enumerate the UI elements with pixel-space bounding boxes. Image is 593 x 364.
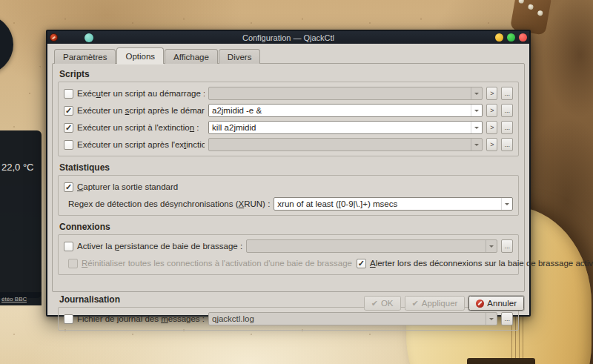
tuning-peg [528, 4, 534, 10]
weather-temperature: 22,0 °C [1, 162, 34, 173]
check-icon: ✔ [412, 300, 419, 308]
tab-bar: Paramètres Options Affichage Divers [54, 47, 525, 64]
browse-script-button[interactable]: ... [501, 138, 513, 151]
tuning-peg [537, 10, 543, 16]
checkbox-label: Réinitialiser toutes les connections à l… [82, 259, 352, 268]
weather-source-label: étéo BBC [0, 296, 27, 302]
tab-affichage[interactable]: Affichage [165, 49, 218, 64]
combo-dropdown-arrow-icon[interactable] [486, 240, 497, 252]
combobox-value: qjackctl.log [209, 314, 486, 323]
configuration-window: Configuration — QjackCtl Paramètres Opti… [46, 30, 531, 317]
checkbox-reset-connections[interactable] [68, 259, 78, 268]
tab-parametres[interactable]: Paramètres [54, 49, 116, 64]
ok-button[interactable]: ✔ OK [364, 296, 401, 311]
button-label: Appliquer [422, 299, 458, 308]
cancel-button[interactable]: Annuler [468, 296, 524, 311]
group-frame: Exécuter un script au démarrage : > ... … [58, 82, 519, 156]
dialog-buttonbox: ✔ OK ✔ Appliquer Annuler [52, 292, 525, 311]
combobox-value: kill a2jmidid [209, 123, 471, 132]
script-row-post-shutdown: Exécuter un script après l'extinction : … [64, 138, 513, 151]
combo-dropdown-arrow-icon[interactable] [486, 313, 497, 325]
xrun-regex-combobox[interactable]: xrun of at least ([0-9|\.]+) msecs [274, 197, 513, 211]
checkbox-capture-stdout[interactable] [64, 182, 73, 192]
browse-logfile-button[interactable]: ... [501, 312, 513, 325]
checkbox-alert-disconnect[interactable] [357, 259, 366, 268]
desktop-wallpaper: 22,0 °C étéo BBC Configuration — QjackCt… [0, 0, 593, 364]
window-controls [495, 33, 529, 42]
script-row-shutdown: Exécuter un script à l'extinction : kill… [64, 121, 513, 134]
startup-script-combobox[interactable] [208, 87, 483, 100]
checkbox-label: Fichier de journal des messages : [77, 314, 205, 323]
post-shutdown-script-combobox[interactable] [208, 138, 483, 151]
checkbox-message-logfile[interactable] [64, 314, 73, 324]
exec-script-button[interactable]: > [486, 138, 497, 151]
combo-dropdown-arrow-icon[interactable] [471, 139, 482, 150]
checkbox-startup-script[interactable] [64, 89, 73, 99]
dialog-body: Paramètres Options Affichage Divers Scri… [47, 44, 529, 315]
checkbox-label: Exécuter un script après l'extinction : [77, 140, 205, 149]
group-scripts: Scripts Exécuter un script au démarrage … [58, 69, 519, 156]
combo-dropdown-arrow-icon[interactable] [501, 198, 512, 210]
checkbox-label: Exécuter un script à l'extinction : [77, 123, 205, 132]
checkbox-patchbay-persistence[interactable] [64, 242, 73, 251]
reset-connections-option: Réinitialiser toutes les connections à l… [68, 259, 352, 268]
weather-widget: 22,0 °C [0, 130, 42, 298]
combo-dropdown-arrow-icon[interactable] [471, 122, 482, 133]
button-label: Annuler [487, 299, 517, 308]
weather-widget-footer: étéo BBC [0, 292, 42, 305]
script-row-startup: Exécuter un script au démarrage : > ... [64, 87, 513, 100]
logfile-combobox[interactable]: qjackctl.log [208, 312, 498, 325]
maximize-button[interactable] [507, 33, 515, 42]
titlebar[interactable]: Configuration — QjackCtl [47, 31, 529, 44]
shutdown-script-combobox[interactable]: kill a2jmidid [208, 121, 483, 134]
logfile-row: Fichier de journal des messages : qjackc… [64, 312, 513, 325]
tab-options[interactable]: Options [116, 47, 164, 64]
checkbox-shutdown-script[interactable] [64, 123, 73, 133]
tab-pane-options: Scripts Exécuter un script au démarrage … [52, 63, 525, 292]
minimize-button[interactable] [495, 33, 503, 42]
patchbay-combobox[interactable] [246, 239, 497, 253]
group-statistics: Statistiques Capturer la sortie standard… [58, 162, 519, 216]
group-frame: Capturer la sortie standard Regex de dét… [58, 175, 519, 216]
xrun-regex-label: Regex de détection des désynchronisation… [68, 199, 270, 208]
apply-button[interactable]: ✔ Appliquer [405, 296, 466, 311]
post-startup-script-combobox[interactable]: a2jmidid -e & [208, 104, 483, 117]
checkbox-label: Alerter lors des déconnexions sur la bai… [370, 259, 593, 268]
browse-script-button[interactable]: ... [501, 104, 513, 117]
group-title: Connexions [59, 222, 519, 232]
script-row-post-startup: Exécuter un script après le démarrage : … [64, 104, 513, 117]
checkbox-label: Exécuter un script après le démarrage : [77, 106, 205, 115]
browse-script-button[interactable]: ... [501, 121, 513, 134]
tuning-peg [518, 0, 524, 4]
qjackctl-app-icon [50, 33, 58, 42]
exec-script-button[interactable]: > [486, 121, 497, 134]
exec-script-button[interactable]: > [486, 104, 497, 117]
browse-patchbay-button[interactable]: ... [501, 239, 513, 253]
window-title: Configuration — QjackCtl [47, 33, 529, 42]
checkbox-post-shutdown-script[interactable] [64, 140, 73, 150]
checkbox-label: Exécuter un script au démarrage : [77, 89, 205, 98]
browse-script-button[interactable]: ... [501, 87, 513, 100]
connection-options-row: Réinitialiser toutes les connections à l… [64, 257, 513, 270]
close-button[interactable] [519, 33, 527, 42]
exec-script-button[interactable]: > [486, 87, 497, 100]
checkbox-label: Activer la persistance de baie de brassa… [77, 242, 242, 251]
cancel-icon [476, 300, 484, 308]
button-label: OK [381, 299, 394, 308]
checkbox-post-startup-script[interactable] [64, 106, 73, 116]
checkbox-label: Capturer la sortie standard [77, 182, 178, 191]
tab-divers[interactable]: Divers [219, 49, 261, 64]
group-connections: Connexions Activer la persistance de bai… [58, 222, 519, 275]
combobox-value: xrun of at least ([0-9|\.]+) msecs [274, 199, 501, 208]
combo-dropdown-arrow-icon[interactable] [471, 87, 482, 99]
window-pin-button[interactable] [85, 33, 93, 42]
combo-dropdown-arrow-icon[interactable] [471, 105, 482, 116]
alert-disconnect-option: Alerter lors des déconnexions sur la bai… [357, 259, 593, 268]
patchbay-row: Activer la persistance de baie de brassa… [64, 239, 513, 253]
group-title: Statistiques [59, 162, 519, 173]
check-icon: ✔ [371, 300, 378, 308]
xrun-regex-row: Regex de détection des désynchronisation… [64, 197, 513, 211]
group-frame: Activer la persistance de baie de brassa… [58, 234, 519, 275]
group-title: Scripts [59, 69, 519, 79]
guitar-bridge [467, 358, 535, 364]
